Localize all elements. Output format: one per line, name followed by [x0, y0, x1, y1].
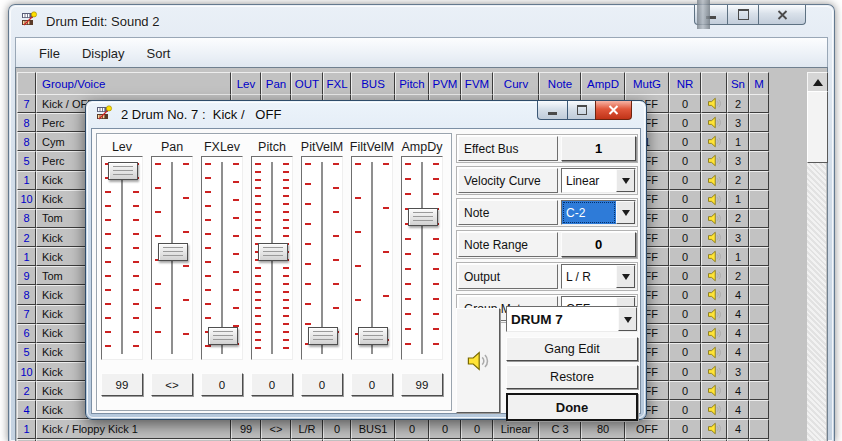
cell-nr[interactable]: 0 [669, 171, 701, 190]
cell-sn[interactable]: 3 [727, 113, 749, 132]
slider-thumb[interactable] [258, 243, 288, 261]
cell-sn[interactable]: 2 [727, 266, 749, 285]
cell-spk[interactable] [701, 113, 727, 132]
cell-num[interactable]: 6 [17, 324, 36, 343]
cell-m[interactable] [749, 171, 769, 190]
cell-m[interactable] [749, 94, 769, 113]
restore-button[interactable]: Restore [506, 365, 638, 389]
cell-sn[interactable]: 3 [727, 362, 749, 381]
cell-num[interactable]: 2 [17, 228, 36, 247]
cell-m[interactable] [749, 362, 769, 381]
cell-sn[interactable]: 4 [727, 285, 749, 304]
cell-pitch[interactable]: 0 [395, 419, 429, 438]
slider-filtvelm[interactable] [351, 156, 393, 360]
cell-pvm[interactable]: 0 [429, 419, 461, 438]
cell-nr[interactable]: 0 [669, 94, 701, 113]
slider-lev[interactable] [101, 156, 143, 360]
chevron-down-icon[interactable] [616, 201, 635, 224]
cell-spk[interactable] [701, 343, 727, 362]
cell-spk[interactable] [701, 247, 727, 266]
cell-num[interactable]: 2 [17, 381, 36, 400]
slider-thumb[interactable] [358, 327, 388, 345]
cell-m[interactable] [749, 381, 769, 400]
chevron-down-icon[interactable] [616, 169, 635, 192]
cell-nr[interactable]: 0 [669, 266, 701, 285]
cell-spk[interactable] [701, 419, 727, 438]
cell-bus[interactable]: BUS1 [351, 419, 395, 438]
cell-num[interactable]: 8 [17, 113, 36, 132]
slider-thumb[interactable] [108, 162, 138, 180]
cell-fxl[interactable]: 0 [323, 419, 351, 438]
cell-sn[interactable]: 3 [727, 228, 749, 247]
cell-nr[interactable]: 0 [669, 132, 701, 151]
cell-sn[interactable]: 1 [727, 132, 749, 151]
cell-num[interactable]: 4 [17, 400, 36, 419]
cell-spk[interactable] [701, 151, 727, 170]
cell-sn[interactable]: 4 [727, 305, 749, 324]
scroll-up-button[interactable] [807, 72, 828, 92]
cell-spk[interactable] [701, 285, 727, 304]
slider-value-pan[interactable]: <> [151, 373, 193, 396]
cell-sn[interactable]: 2 [727, 171, 749, 190]
cell-nr[interactable]: 0 [669, 190, 701, 209]
cell-sn[interactable]: 4 [727, 324, 749, 343]
cell-m[interactable] [749, 400, 769, 419]
audition-speaker-button[interactable] [456, 308, 500, 413]
chevron-down-icon[interactable] [618, 307, 637, 331]
chevron-down-icon[interactable] [616, 265, 635, 288]
menu-sort[interactable]: Sort [136, 42, 182, 65]
cell-m[interactable] [749, 419, 769, 438]
cell-sn[interactable]: 4 [727, 400, 749, 419]
cell-nr[interactable]: 0 [669, 113, 701, 132]
dialog-minimize-button[interactable] [537, 101, 568, 120]
cell-num[interactable]: 9 [17, 266, 36, 285]
cell-spk[interactable] [701, 94, 727, 113]
cell-nr[interactable]: 0 [669, 285, 701, 304]
scrollbar-thumb[interactable] [807, 91, 828, 163]
cell-nr[interactable]: 0 [669, 247, 701, 266]
cell-m[interactable] [749, 113, 769, 132]
cell-nr[interactable]: 0 [669, 324, 701, 343]
cell-nr[interactable]: 0 [669, 209, 701, 228]
cell-m[interactable] [749, 228, 769, 247]
slider-value-pitvelm[interactable]: 0 [301, 373, 343, 396]
output-combo[interactable]: L / R [561, 264, 636, 289]
maximize-button[interactable] [727, 5, 759, 25]
cell-num[interactable]: 10 [17, 362, 36, 381]
cell-lev[interactable]: 99 [231, 419, 261, 438]
cell-spk[interactable] [701, 400, 727, 419]
dialog-maximize-button[interactable] [567, 101, 596, 120]
cell-m[interactable] [749, 247, 769, 266]
cell-m[interactable] [749, 266, 769, 285]
slider-value-fxlev[interactable]: 0 [201, 373, 243, 396]
cell-spk[interactable] [701, 362, 727, 381]
cell-num[interactable]: 7 [17, 305, 36, 324]
slider-value-lev[interactable]: 99 [101, 373, 143, 396]
cell-sn[interactable]: 2 [727, 209, 749, 228]
cell-sn[interactable]: 4 [727, 343, 749, 362]
dialog-close-button[interactable] [595, 101, 632, 120]
velocity-curve-combo[interactable]: Linear [561, 168, 636, 193]
close-button[interactable] [758, 5, 806, 25]
note-range-value-button[interactable]: 0 [561, 232, 636, 257]
cell-m[interactable] [749, 209, 769, 228]
cell-m[interactable] [749, 305, 769, 324]
cell-spk[interactable] [701, 305, 727, 324]
cell-nr[interactable]: 0 [669, 381, 701, 400]
cell-spk[interactable] [701, 132, 727, 151]
cell-num[interactable]: 5 [17, 343, 36, 362]
slider-pitch[interactable] [251, 156, 293, 360]
slider-thumb[interactable] [408, 208, 438, 226]
done-button[interactable]: Done [506, 393, 638, 421]
menu-file[interactable]: File [28, 42, 71, 65]
cell-sn[interactable]: 1 [727, 190, 749, 209]
cell-nr[interactable]: 0 [669, 400, 701, 419]
slider-thumb[interactable] [208, 327, 238, 345]
cell-spk[interactable] [701, 324, 727, 343]
note-combo[interactable]: C-2 [561, 200, 636, 225]
cell-nr[interactable]: 0 [669, 362, 701, 381]
cell-m[interactable] [749, 132, 769, 151]
menu-display[interactable]: Display [71, 42, 136, 65]
cell-spk[interactable] [701, 228, 727, 247]
cell-num[interactable]: 1 [17, 419, 36, 438]
